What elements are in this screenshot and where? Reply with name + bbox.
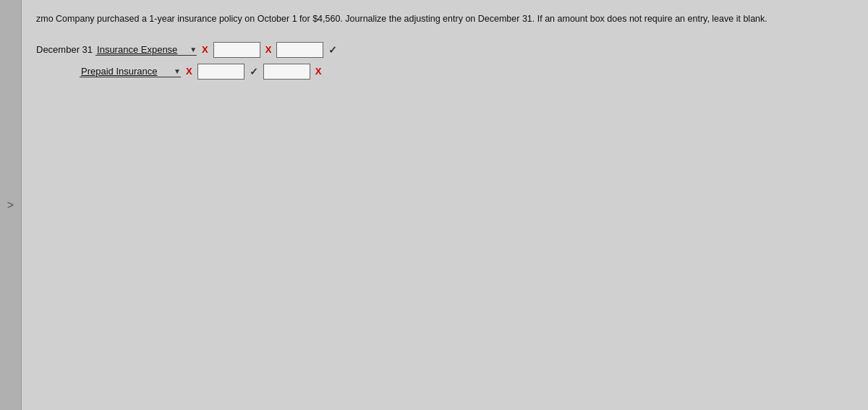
debit-input-2[interactable] [197,64,244,80]
journal-entry: December 31 Insurance Expense ▼ X X ✓ [36,42,854,80]
instruction-text: zmo Company purchased a 1-year insurance… [36,13,854,26]
chevron-right-icon[interactable]: > [7,199,14,212]
x-button-2[interactable]: X [184,66,195,77]
x-button-2b[interactable]: X [313,66,324,77]
content-area: zmo Company purchased a 1-year insurance… [22,0,868,410]
left-panel: > [0,0,22,410]
credit-input-2[interactable] [263,64,310,80]
date-label: December 31 [36,44,93,55]
check-button-1[interactable]: ✓ [326,44,339,56]
account-select-2[interactable]: Prepaid Insurance [80,66,181,77]
credit-input-1[interactable] [276,42,323,58]
x-button-1b[interactable]: X [263,44,274,55]
entry-row-1: December 31 Insurance Expense ▼ X X ✓ [36,42,854,58]
account-select-wrapper-2: Prepaid Insurance ▼ [80,66,181,77]
check-button-2[interactable]: ✓ [247,66,260,77]
entry-row-2: Prepaid Insurance ▼ X ✓ X [80,64,854,80]
main-container: > zmo Company purchased a 1-year insuran… [0,0,868,410]
account-select-1[interactable]: Insurance Expense [95,44,197,56]
account-select-wrapper-1: Insurance Expense ▼ [95,44,197,56]
x-button-1[interactable]: X [200,44,210,55]
debit-input-1[interactable] [213,42,260,58]
